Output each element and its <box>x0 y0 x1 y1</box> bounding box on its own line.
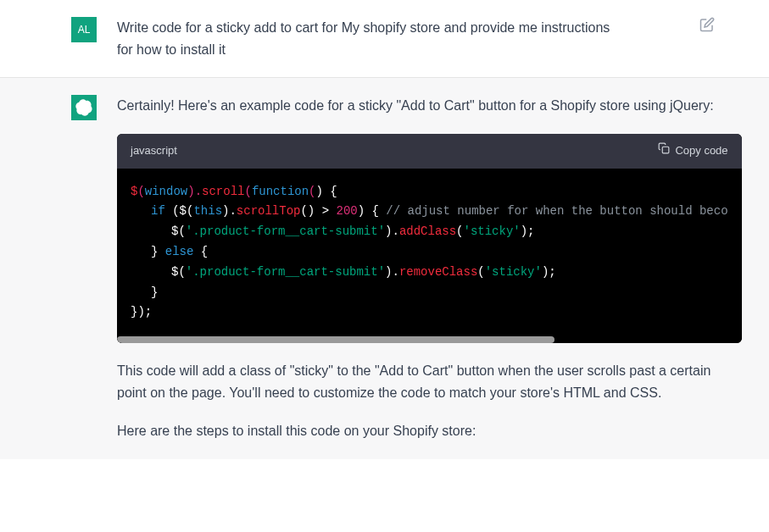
clipboard-icon <box>658 142 670 160</box>
svg-rect-0 <box>663 147 670 153</box>
assistant-paragraph-1: This code will add a class of "sticky" t… <box>117 360 742 403</box>
code-language-label: javascript <box>131 142 177 160</box>
assistant-paragraph-2: Here are the steps to install this code … <box>117 420 742 442</box>
assistant-intro-text: Certainly! Here's an example code for a … <box>117 95 742 117</box>
copy-code-button[interactable]: Copy code <box>658 142 727 160</box>
code-horizontal-scrollbar[interactable] <box>117 336 742 343</box>
user-avatar: AL <box>71 17 97 42</box>
code-content[interactable]: $(window).scroll(function() { if ($(this… <box>117 169 742 337</box>
user-message-text: Write code for a sticky add to cart for … <box>117 17 679 60</box>
edit-icon[interactable] <box>699 17 715 60</box>
user-message-section: AL Write code for a sticky add to cart f… <box>0 0 769 78</box>
copy-code-label: Copy code <box>675 142 727 160</box>
assistant-avatar <box>71 95 97 120</box>
code-block: javascript Copy code $(window).scroll(fu… <box>117 134 742 343</box>
assistant-message-section: Certainly! Here's an example code for a … <box>0 78 769 459</box>
code-header: javascript Copy code <box>117 134 742 169</box>
scrollbar-thumb[interactable] <box>117 336 554 343</box>
